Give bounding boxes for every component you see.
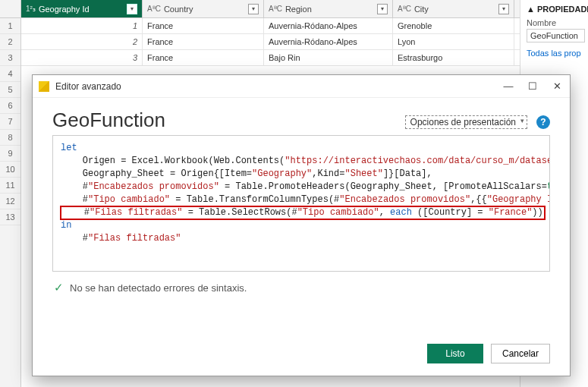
row-number: 10 bbox=[0, 162, 20, 178]
row-number: 4 bbox=[0, 66, 20, 82]
cell-city: Lyon bbox=[393, 34, 514, 49]
row-number: 6 bbox=[0, 98, 20, 114]
row-number: 3 bbox=[0, 50, 20, 66]
column-filter-dropdown[interactable]: ▾ bbox=[248, 4, 259, 14]
cell-region: Bajo Rin bbox=[264, 50, 393, 65]
column-label: City bbox=[414, 5, 429, 14]
status-text: No se han detectado errores de sintaxis. bbox=[70, 282, 247, 294]
cancel-button[interactable]: Cancelar bbox=[491, 344, 550, 363]
column-label: Country bbox=[164, 5, 193, 14]
row-number: 5 bbox=[0, 82, 20, 98]
row-number: 1 bbox=[0, 18, 20, 34]
column-filter-dropdown[interactable]: ▾ bbox=[127, 4, 137, 14]
column-header-geography-id[interactable]: 1²₃ Geography Id ▾ bbox=[21, 0, 143, 17]
help-icon[interactable]: ? bbox=[536, 115, 550, 129]
cell-region: Auvernia-Ródano-Alpes bbox=[264, 34, 393, 49]
cell-country: France bbox=[143, 34, 264, 49]
dialog-titlebar[interactable]: Editor avanzado — ☐ ✕ bbox=[33, 75, 570, 98]
syntax-status: ✓ No se han detectado errores de sintaxi… bbox=[52, 272, 550, 304]
maximize-button[interactable]: ☐ bbox=[526, 80, 539, 92]
column-header-city[interactable]: AᴮC City ▾ bbox=[393, 0, 514, 17]
table-row[interactable]: 2 France Auvernia-Ródano-Alpes Lyon bbox=[21, 34, 520, 50]
table-header-row: 1²₃ Geography Id ▾ AᴮC Country ▾ AᴮC Reg… bbox=[21, 0, 520, 18]
advanced-editor-dialog: Editor avanzado — ☐ ✕ GeoFunction Opcion… bbox=[32, 74, 571, 376]
close-button[interactable]: ✕ bbox=[550, 80, 564, 92]
app-icon bbox=[39, 81, 49, 92]
table-body: 1 France Auvernia-Ródano-Alpes Grenoble … bbox=[21, 18, 520, 66]
table-row[interactable]: 1 France Auvernia-Ródano-Alpes Grenoble bbox=[21, 18, 520, 34]
name-input[interactable]: GeoFunction bbox=[527, 29, 585, 42]
name-label: Nombre bbox=[527, 18, 585, 27]
cell-city: Estrasburgo bbox=[393, 50, 514, 65]
minimize-button[interactable]: — bbox=[502, 80, 515, 92]
row-number: 13 bbox=[0, 209, 20, 225]
row-number: 2 bbox=[0, 34, 20, 50]
row-number: 11 bbox=[0, 178, 20, 194]
cell-id: 2 bbox=[21, 34, 143, 49]
type-text-icon: AᴮC bbox=[269, 5, 282, 13]
cell-country: France bbox=[143, 18, 264, 33]
row-number: 7 bbox=[0, 114, 20, 130]
checkmark-icon: ✓ bbox=[54, 281, 64, 294]
properties-header: ▲ PROPIEDADE bbox=[527, 5, 585, 14]
column-label: Geography Id bbox=[39, 5, 90, 14]
column-filter-dropdown[interactable]: ▾ bbox=[498, 4, 509, 14]
cell-city: Grenoble bbox=[393, 18, 514, 33]
type-text-icon: AᴮC bbox=[398, 5, 411, 13]
column-header-region[interactable]: AᴮC Region ▾ bbox=[264, 0, 393, 17]
highlighted-line: #"Filas filtradas" = Table.SelectRows(#"… bbox=[61, 206, 545, 219]
type-text-icon: AᴮC bbox=[147, 5, 161, 13]
row-number-gutter: 1 2 3 4 5 6 7 8 9 10 11 12 13 bbox=[0, 0, 21, 387]
display-options-dropdown[interactable]: Opciones de presentación bbox=[405, 115, 527, 129]
cell-id: 1 bbox=[21, 18, 143, 33]
column-header-country[interactable]: AᴮC Country ▾ bbox=[143, 0, 264, 17]
cell-id: 3 bbox=[21, 50, 143, 65]
code-editor[interactable]: let Origen = Excel.Workbook(Web.Contents… bbox=[52, 135, 550, 272]
done-button[interactable]: Listo bbox=[427, 344, 483, 363]
row-number: 8 bbox=[0, 130, 20, 146]
row-number: 9 bbox=[0, 146, 20, 162]
all-properties-link[interactable]: Todas las prop bbox=[527, 49, 585, 58]
column-filter-dropdown[interactable]: ▾ bbox=[377, 4, 388, 14]
column-label: Region bbox=[285, 5, 312, 14]
cell-country: France bbox=[143, 50, 264, 65]
row-number: 12 bbox=[0, 194, 20, 209]
table-row[interactable]: 3 France Bajo Rin Estrasburgo bbox=[21, 50, 520, 66]
dialog-title: Editor avanzado bbox=[55, 81, 121, 92]
cell-region: Auvernia-Ródano-Alpes bbox=[264, 18, 393, 33]
type-number-icon: 1²₃ bbox=[26, 5, 36, 13]
